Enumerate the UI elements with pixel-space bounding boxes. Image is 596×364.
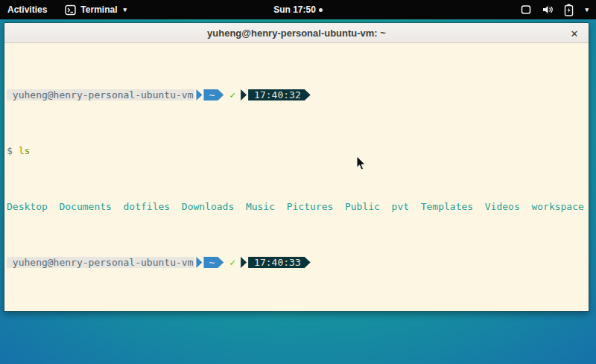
clock-button[interactable]: Sun 17:50 [273, 4, 323, 15]
topbar-left: Activities Terminal ▾ [0, 0, 134, 19]
status-check-icon: ✓ [229, 257, 235, 268]
battery-charging-icon [564, 4, 574, 16]
system-tray[interactable]: ▾ [520, 0, 596, 19]
powerline-arrow-icon [241, 89, 247, 100]
terminal-content[interactable]: yuheng@henry-personal-ubuntu-vm ~ ✓ 17:4… [4, 43, 589, 312]
prompt-time: 17:40:32 [248, 89, 311, 100]
clock-label: Sun 17:50 [273, 4, 316, 15]
window-titlebar[interactable]: yuheng@henry-personal-ubuntu-vm: ~ ✕ [4, 23, 589, 43]
prompt-line-2: yuheng@henry-personal-ubuntu-vm ~ ✓ 17:4… [7, 257, 589, 268]
notification-dot-icon [319, 8, 323, 12]
ls-output-line: Desktop Documents dotfiles Downloads Mus… [7, 201, 589, 212]
chevron-down-icon: ▾ [585, 6, 589, 13]
terminal-window: yuheng@henry-personal-ubuntu-vm: ~ ✕ yuh… [4, 22, 589, 312]
command-line: $ ls [7, 145, 589, 156]
prompt-hostname: yuheng@henry-personal-ubuntu-vm [7, 257, 194, 268]
typed-command: ls [19, 145, 31, 156]
activities-button[interactable]: Activities [0, 0, 57, 19]
app-menu-terminal[interactable]: Terminal ▾ [57, 0, 134, 19]
prompt-hostname: yuheng@henry-personal-ubuntu-vm [7, 89, 194, 100]
top-bar: Activities Terminal ▾ Sun 17:50 [0, 0, 596, 19]
volume-icon [542, 4, 554, 16]
powerline-arrow-icon [196, 257, 202, 268]
screen-icon [520, 4, 532, 16]
prompt-cwd: ~ [203, 257, 224, 268]
prompt-time: 17:40:33 [248, 257, 311, 268]
status-check-icon: ✓ [229, 89, 235, 100]
powerline-arrow-icon [196, 89, 202, 100]
app-menu-label: Terminal [80, 4, 117, 15]
prompt-dollar: $ [7, 145, 13, 156]
chevron-down-icon: ▾ [123, 6, 127, 13]
directory-listing: Desktop Documents dotfiles Downloads Mus… [7, 201, 584, 212]
close-button[interactable]: ✕ [567, 26, 582, 41]
prompt-cwd: ~ [203, 89, 224, 100]
powerline-arrow-icon [241, 257, 247, 268]
prompt-line-1: yuheng@henry-personal-ubuntu-vm ~ ✓ 17:4… [7, 89, 589, 100]
terminal-app-icon [65, 4, 76, 16]
window-title: yuheng@henry-personal-ubuntu-vm: ~ [207, 28, 386, 39]
